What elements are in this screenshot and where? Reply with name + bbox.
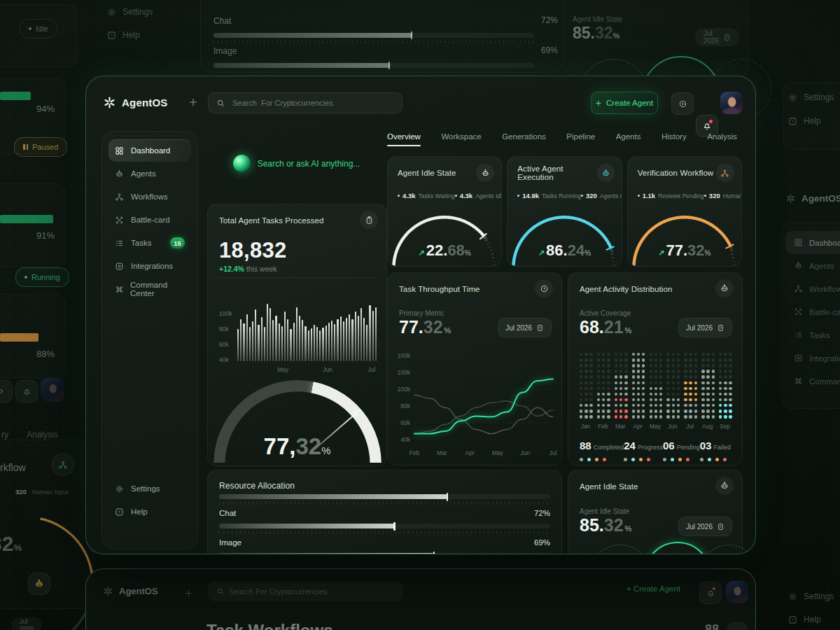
sidebar-item-integrations[interactable]: Integrations: [108, 255, 191, 277]
bar: [290, 329, 291, 361]
gear-icon: [788, 93, 797, 102]
tab-workspace[interactable]: Workspace: [441, 132, 481, 146]
ghost-logo-right: AgentOS: [785, 193, 840, 204]
bar: [258, 325, 259, 361]
resource-tick-strip: [219, 502, 550, 505]
tab-overview[interactable]: Overview: [387, 132, 421, 146]
svg-text:Jun: Jun: [521, 449, 531, 456]
search-input[interactable]: [231, 98, 394, 108]
sidebar-item-tasks[interactable]: Tasks15: [108, 232, 191, 254]
series-tertiary: [414, 401, 553, 434]
matrix-month-labels: JanFebMarAprMayJunJulAugSep: [580, 423, 731, 430]
tab-history[interactable]: History: [662, 132, 687, 146]
sidebar-item-command-center[interactable]: Command Center: [108, 278, 191, 300]
robot-icon-button[interactable]: [476, 164, 494, 182]
x-tick-label: Jun: [323, 366, 332, 373]
month-label: Sep: [719, 423, 731, 430]
period-badge[interactable]: Jul 2026: [498, 318, 552, 337]
legend-dots: [663, 458, 700, 461]
ghost-orange-gauge-arc: [0, 516, 94, 630]
throughput-card: Task Throughput Time Primary Metric 77.3…: [387, 272, 562, 465]
robot-icon: [115, 169, 125, 178]
ghost-paused-badge: Paused: [14, 137, 67, 157]
gauge-value: 77,32%: [214, 433, 382, 460]
integration-icon: [794, 354, 803, 363]
x-tick-label: May: [277, 366, 288, 373]
bar: [360, 308, 362, 361]
sidebar-item-workflows[interactable]: Workflows: [108, 186, 191, 208]
tab-analysis[interactable]: Analysis: [707, 132, 737, 146]
bar: [363, 318, 365, 361]
bar: [237, 329, 239, 361]
ai-search[interactable]: Search or ask AI anything...: [207, 155, 386, 172]
target-icon: [678, 99, 688, 109]
ghost-logo-bottom: AgentOS: [103, 586, 158, 596]
matrix-column-may: [650, 353, 662, 419]
tasks-icon: [794, 330, 803, 340]
tab-pipeline[interactable]: Pipeline: [566, 132, 595, 146]
robot-icon: [794, 261, 803, 270]
ghost-bottom-panel: AgentOS Search For Cryptocurrencies + Cr…: [85, 568, 756, 630]
trend-up-icon: ↗: [658, 248, 664, 257]
command-icon: [115, 285, 124, 294]
bar: [314, 325, 315, 361]
clipboard-icon-button[interactable]: [360, 211, 378, 229]
resource-bar: [219, 553, 550, 554]
period-badge[interactable]: Jul 2026: [678, 318, 732, 337]
app-name: AgentOS: [122, 97, 168, 108]
activity-card: Agent Activity Distribution Active Cover…: [568, 272, 743, 465]
sidebar-item-agents[interactable]: Agents: [108, 162, 191, 185]
sparkle-icon[interactable]: [188, 97, 198, 107]
sidebar-item-dashboard[interactable]: Dashboard: [108, 139, 191, 162]
card-stats: 1.1k Reviews Pending320 Human Input: [638, 192, 737, 200]
robot-icon-button[interactable]: [597, 164, 615, 182]
focus-settings-button[interactable]: [671, 92, 694, 115]
ghost-human-input-label: Human Input: [32, 489, 69, 496]
svg-text:Feb: Feb: [410, 449, 420, 456]
robot-icon-button[interactable]: [715, 279, 734, 298]
sidebar-item-help[interactable]: ?Help: [108, 500, 191, 523]
ghost-p88: 88%: [36, 349, 55, 359]
sidebar-item-battle-card[interactable]: Battle-card: [108, 209, 191, 231]
ghost-tab-history-frag: ry: [1, 430, 8, 440]
legend-dots: [580, 458, 624, 461]
ghost-bell-bottom: [699, 582, 722, 604]
clock-icon-button[interactable]: [535, 279, 553, 298]
total-tasks-value: 18,832: [219, 238, 287, 263]
robot-icon-button[interactable]: [715, 477, 734, 495]
gear-icon: [107, 8, 116, 17]
dashboard-icon: [115, 146, 125, 155]
idle-circle-dashed: [700, 545, 756, 554]
resource-card: Resource Allocation Chat72%Image69%: [207, 470, 562, 554]
month-label: Apr: [632, 423, 644, 430]
gauge-card-verification-workflow: Verification Workflow1.1k Reviews Pendin…: [627, 156, 742, 267]
tab-agents[interactable]: Agents: [616, 132, 641, 146]
ghost-chip-icon: [727, 622, 747, 630]
ghost-avatar-bottom: [726, 581, 748, 603]
stat: 14.9k Tasks Running: [517, 192, 581, 200]
matrix-column-sep: [719, 353, 731, 419]
matrix-column-aug: [701, 353, 713, 419]
ghost-human-input-value: 320: [15, 488, 27, 496]
ghost-tab-analysis: Analysis: [27, 430, 58, 440]
user-avatar[interactable]: [720, 92, 743, 114]
bar: [346, 318, 347, 361]
bar: [249, 327, 251, 361]
legend-item-completed: 88Completed: [580, 440, 624, 461]
bar: [308, 330, 309, 361]
stat: 4.3k Tasks Waiting: [398, 192, 455, 200]
card-title: Agent Activity Distribution: [580, 282, 672, 295]
period-badge[interactable]: Jul 2026: [678, 517, 732, 536]
tab-generations[interactable]: Generations: [502, 132, 546, 146]
help-icon: ?: [107, 31, 116, 40]
sidebar-item-settings[interactable]: Settings: [108, 477, 191, 500]
bar: [316, 327, 318, 361]
ghost-image-label: Image: [214, 46, 237, 56]
card-stats: 4.3k Tasks Waiting4.3k Agents Idle: [398, 192, 497, 200]
bar: [369, 305, 370, 361]
create-agent-button[interactable]: + Create Agent: [591, 92, 658, 114]
ghost-period-badge-2: Jul 2026: [11, 617, 42, 630]
workflow-icon-button[interactable]: [716, 164, 734, 182]
search-icon: [216, 99, 225, 108]
bar: [240, 319, 241, 362]
